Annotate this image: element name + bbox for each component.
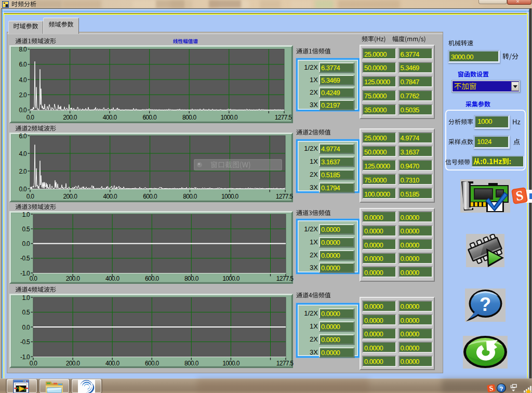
svg-text:?: ? [499,386,503,392]
svg-text:?: ? [480,294,491,315]
